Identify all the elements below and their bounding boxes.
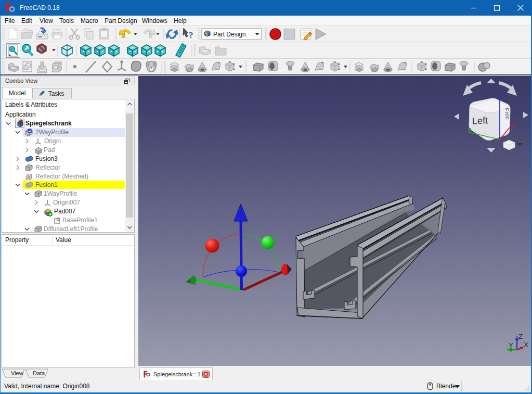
svg-text:Left: Left [472, 115, 488, 126]
svg-text:Y: Y [509, 341, 513, 349]
svg-text:View: View [11, 370, 23, 376]
svg-text:Part Design: Part Design [213, 31, 246, 38]
svg-text:X: X [524, 341, 528, 349]
svg-text:?: ? [189, 30, 193, 40]
svg-text:Data: Data [33, 370, 45, 376]
svg-text:Z: Z [518, 333, 523, 340]
svg-text:z: z [501, 91, 504, 97]
svg-text:x: x [511, 123, 514, 129]
svg-text:y: y [468, 126, 472, 132]
